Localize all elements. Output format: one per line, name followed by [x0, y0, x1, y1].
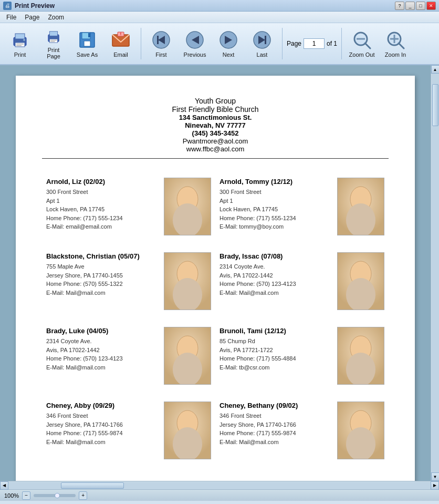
minimize-btn[interactable]: _: [405, 2, 415, 10]
directory-entry: Brady, Issac (07/08)2314 Coyote Ave.Avis…: [215, 244, 389, 318]
church-email: Pwantmore@aol.com: [42, 137, 389, 145]
entry-detail: E-Mail: Mail@mail.com: [220, 438, 337, 447]
next-button[interactable]: Next: [213, 25, 244, 62]
entry-detail: 300 Front Street: [46, 188, 164, 197]
last-label: Last: [257, 52, 268, 58]
print-page-icon: [43, 28, 64, 46]
zoom-in-button[interactable]: Zoom In: [380, 25, 411, 62]
maximize-btn[interactable]: □: [416, 2, 425, 10]
scroll-right-arrow[interactable]: ▶: [431, 481, 439, 490]
print-button[interactable]: Print: [4, 25, 36, 62]
directory-entry: Blackstone, Christian (05/07)755 Maple A…: [42, 244, 215, 318]
church-website: www.ffbc@aol.com: [42, 145, 389, 153]
page-navigator: Page of 1: [287, 38, 337, 49]
first-icon: [151, 29, 172, 50]
scroll-up-arrow[interactable]: ▲: [431, 65, 440, 74]
page-label: Page: [287, 40, 301, 47]
entry-photo: [337, 252, 384, 310]
previous-label: Previous: [184, 52, 206, 58]
scroll-thumb[interactable]: [432, 84, 438, 126]
entry-detail: Jersey Shore, PA 17740-1766: [220, 420, 337, 429]
first-button[interactable]: First: [145, 25, 177, 62]
entry-photo: [337, 178, 384, 235]
svg-rect-3: [16, 44, 24, 45]
previous-button[interactable]: Previous: [179, 25, 211, 62]
entry-photo: [337, 402, 384, 459]
svg-text:!: !: [120, 32, 121, 36]
entry-detail: E-Mail: Mail@mail.com: [46, 363, 164, 372]
entry-info: Arnold, Liz (02/02)300 Front StreetApt 1…: [46, 178, 164, 235]
save-as-button[interactable]: Save As: [71, 25, 103, 62]
email-icon: !: [110, 29, 131, 50]
entry-detail: 346 Front Street: [46, 412, 164, 420]
menu-zoom[interactable]: Zoom: [44, 13, 68, 22]
entry-detail: Avis, PA 17721-1722: [220, 346, 337, 355]
entry-detail: E-Mail: tb@csr.com: [220, 363, 337, 372]
zoom-percent: 100%: [4, 492, 19, 499]
page-number-input[interactable]: [304, 38, 325, 49]
menu-file[interactable]: File: [2, 13, 20, 22]
scroll-down-arrow[interactable]: ▼: [431, 472, 440, 481]
email-label: Email: [113, 52, 128, 58]
entry-name: Blackstone, Christian (05/07): [46, 252, 164, 260]
toolbar-separator-1: [141, 28, 141, 59]
zoom-slider[interactable]: [34, 494, 76, 497]
entry-photo: [164, 252, 211, 310]
help-btn[interactable]: ?: [395, 2, 404, 10]
entry-detail: Lock Haven, PA 17745: [46, 205, 164, 214]
church-address: 134 Sanctimonious St.: [42, 114, 389, 121]
svg-rect-4: [16, 45, 22, 46]
entry-info: Brady, Issac (07/08)2314 Coyote Ave.Avis…: [220, 252, 337, 310]
next-icon: [218, 29, 239, 50]
content-scroll[interactable]: Youth Group First Friendly Bible Church …: [0, 65, 431, 481]
church-city: Ninevah, NV 77777: [42, 121, 389, 129]
close-btn[interactable]: ✕: [426, 2, 436, 10]
entry-photo: [164, 327, 211, 385]
svg-rect-14: [88, 33, 90, 37]
entry-info: Cheney, Bethany (09/02)346 Front StreetJ…: [220, 402, 337, 459]
h-scroll-thumb[interactable]: [61, 482, 124, 489]
zoom-minus-button[interactable]: −: [22, 491, 30, 500]
last-button[interactable]: Last: [246, 25, 278, 62]
previous-icon: [184, 29, 205, 50]
entry-info: Cheney, Abby (09/29)346 Front StreetJers…: [46, 402, 164, 459]
menu-bar: File Page Zoom: [0, 12, 439, 23]
directory-entry: Arnold, Tommy (12/12)300 Front StreetApt…: [215, 169, 389, 244]
directory-entry: Cheney, Abby (09/29)346 Front StreetJers…: [42, 393, 215, 468]
directory-entry: Brunoli, Tami (12/12)85 Chump RdAvis, PA…: [215, 318, 389, 393]
person-photo: [338, 253, 384, 310]
h-scroll-track[interactable]: [8, 482, 431, 489]
entry-detail: 300 Front Street: [220, 188, 337, 197]
person-photo: [164, 327, 211, 384]
email-button[interactable]: ! Email: [105, 25, 137, 62]
svg-rect-2: [15, 43, 25, 47]
first-label: First: [155, 52, 166, 58]
church-name: First Friendly Bible Church: [42, 105, 389, 114]
entry-detail: 2314 Coyote Ave.: [46, 337, 164, 346]
toolbar-separator-2: [282, 28, 283, 59]
svg-point-5: [23, 39, 25, 41]
entry-detail: E-Mail: tommy@boy.com: [220, 222, 337, 231]
zoom-slider-thumb[interactable]: [55, 493, 60, 498]
scroll-left-arrow[interactable]: ◀: [0, 481, 8, 490]
entry-detail: Avis, PA 17022-1442: [220, 271, 337, 280]
zoom-out-button[interactable]: Zoom Out: [346, 25, 378, 62]
entry-detail: Home Phone: (717) 555-9874: [220, 429, 337, 438]
entry-detail: Home Phone: (570) 123-4123: [220, 280, 337, 289]
entry-photo: [164, 178, 211, 235]
print-page-label: Print Page: [40, 47, 67, 59]
entry-detail: 85 Chump Rd: [220, 337, 337, 346]
menu-page[interactable]: Page: [20, 13, 44, 22]
church-phone: (345) 345-3452: [42, 129, 389, 137]
zoom-plus-button[interactable]: +: [79, 491, 87, 500]
entry-detail: 755 Maple Ave: [46, 262, 164, 271]
entry-detail: Home Phone: (570) 123-4123: [46, 354, 164, 363]
print-page: Youth Group First Friendly Bible Church …: [16, 76, 415, 481]
print-page-button[interactable]: Print Page: [38, 25, 69, 62]
svg-line-35: [399, 43, 404, 48]
svg-rect-10: [50, 42, 55, 42]
zoom-in-label: Zoom In: [385, 52, 406, 58]
svg-line-30: [365, 43, 370, 48]
title-bar: 🖨 Print Preview ? _ □ ✕: [0, 0, 439, 12]
scroll-track[interactable]: [432, 74, 439, 472]
